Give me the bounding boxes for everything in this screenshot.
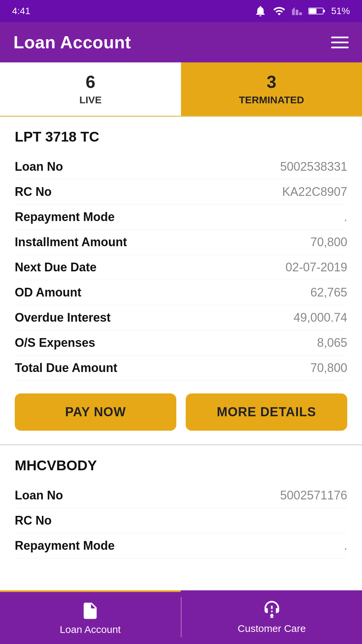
loan-no-row: Loan No 5002538331 xyxy=(15,154,347,179)
tab-live[interactable]: 6 LIVE xyxy=(0,62,181,116)
tab-row: 6 LIVE 3 TERMINATED xyxy=(0,62,362,117)
loan-no-row-2: Loan No 5002571176 xyxy=(15,483,347,508)
rc-no-row-2: RC No xyxy=(15,508,347,533)
loan-no-label-2: Loan No xyxy=(15,488,63,502)
status-time: 4:41 xyxy=(12,6,31,16)
os-expenses-label: O/S Expenses xyxy=(15,336,95,350)
nav-loan-account-label: Loan Account xyxy=(60,624,121,635)
terminated-count: 3 xyxy=(188,72,355,92)
total-due-label: Total Due Amount xyxy=(15,361,117,375)
live-label: LIVE xyxy=(79,94,102,105)
repayment-mode-value: . xyxy=(344,210,347,224)
next-due-date-row: Next Due Date 02-07-2019 xyxy=(15,255,347,280)
signal-icon xyxy=(292,5,302,17)
rc-no-label: RC No xyxy=(15,185,52,199)
live-count: 6 xyxy=(7,72,174,92)
svg-rect-2 xyxy=(323,10,325,12)
page-title: Loan Account xyxy=(13,32,131,52)
repayment-mode-label: Repayment Mode xyxy=(15,210,115,224)
hamburger-line2 xyxy=(331,42,349,43)
loan-card-1: LPT 3718 TC Loan No 5002538331 RC No KA2… xyxy=(0,117,362,445)
next-due-date-value: 02-07-2019 xyxy=(286,260,347,274)
document-icon xyxy=(80,601,100,621)
loan-type-1: LPT 3718 TC xyxy=(15,129,347,145)
loan-type-2: MHCVBODY xyxy=(15,458,347,474)
battery-percent: 51% xyxy=(331,6,350,16)
hamburger-line3 xyxy=(331,47,349,48)
os-expenses-value: 8,065 xyxy=(317,336,347,350)
installment-amount-row: Installment Amount 70,800 xyxy=(15,230,347,255)
battery-icon xyxy=(308,6,325,16)
installment-amount-label: Installment Amount xyxy=(15,235,127,249)
menu-button[interactable] xyxy=(331,37,349,48)
repayment-mode-label-2: Repayment Mode xyxy=(15,539,115,553)
total-due-row: Total Due Amount 70,800 xyxy=(15,356,347,381)
overdue-interest-value: 49,000.74 xyxy=(294,311,347,325)
od-amount-value: 62,765 xyxy=(310,285,347,300)
app-header: Loan Account xyxy=(0,22,362,62)
nav-customer-care-label: Customer Care xyxy=(238,623,306,634)
total-due-value: 70,800 xyxy=(310,361,347,375)
tab-terminated[interactable]: 3 TERMINATED xyxy=(181,62,362,116)
wifi-icon xyxy=(273,5,286,17)
customer-care-icon xyxy=(262,600,282,620)
status-bar: 4:41 51% xyxy=(0,0,362,22)
terminated-label: TERMINATED xyxy=(239,94,304,105)
overdue-interest-row: Overdue Interest 49,000.74 xyxy=(15,305,347,330)
rc-no-label-2: RC No xyxy=(15,514,52,528)
repayment-mode-row-2: Repayment Mode . xyxy=(15,533,347,558)
pay-now-button[interactable]: PAY NOW xyxy=(15,393,176,431)
overdue-interest-label: Overdue Interest xyxy=(15,311,111,325)
hamburger-line1 xyxy=(331,37,349,38)
nav-customer-care[interactable]: Customer Care xyxy=(182,590,362,644)
loan-card-2: MHCVBODY Loan No 5002571176 RC No Repaym… xyxy=(0,445,362,565)
os-expenses-row: O/S Expenses 8,065 xyxy=(15,330,347,356)
loan-no-value-2: 5002571176 xyxy=(280,488,347,502)
alarm-icon xyxy=(254,5,267,17)
status-icons: 51% xyxy=(254,5,350,17)
next-due-date-label: Next Due Date xyxy=(15,260,97,274)
svg-rect-1 xyxy=(309,9,316,14)
action-buttons: PAY NOW MORE DETAILS xyxy=(15,393,347,431)
rc-no-value: KA22C8907 xyxy=(282,185,347,199)
more-details-button[interactable]: MORE DETAILS xyxy=(186,393,347,431)
nav-loan-account[interactable]: Loan Account xyxy=(0,590,181,644)
od-amount-label: OD Amount xyxy=(15,285,81,300)
bottom-navigation: Loan Account Customer Care xyxy=(0,590,362,644)
installment-amount-value: 70,800 xyxy=(310,235,347,249)
od-amount-row: OD Amount 62,765 xyxy=(15,280,347,305)
loan-no-value: 5002538331 xyxy=(280,160,347,174)
repayment-mode-value-2: . xyxy=(344,539,347,553)
loan-no-label: Loan No xyxy=(15,160,63,174)
svg-point-3 xyxy=(270,614,274,617)
rc-no-row: RC No KA22C8907 xyxy=(15,179,347,205)
repayment-mode-row: Repayment Mode . xyxy=(15,205,347,230)
